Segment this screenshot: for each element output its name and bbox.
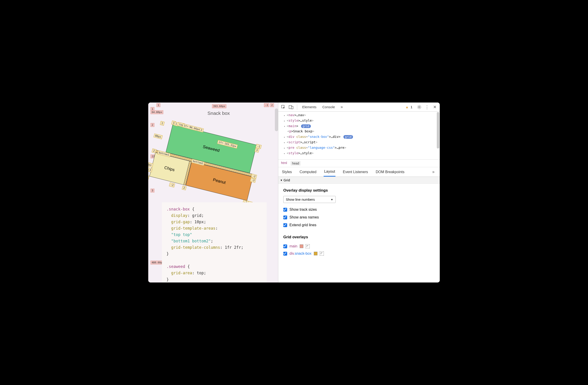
kebab-menu-icon[interactable]: ⋮ (424, 104, 430, 110)
overlay-checkbox[interactable] (283, 244, 287, 248)
main-line-1a: 1 (156, 103, 160, 107)
checkbox-area-names[interactable] (283, 215, 287, 219)
reveal-element-icon[interactable] (306, 244, 310, 248)
overlay-settings-title: Overlay display settings (283, 188, 435, 193)
crumb-html[interactable]: html (281, 161, 287, 166)
inspect-icon[interactable] (280, 104, 287, 110)
main-row1-size: 64.80px (150, 110, 163, 114)
dom-node-row[interactable]: ▸<script>…script> (283, 140, 440, 145)
reveal-element-icon[interactable] (320, 252, 324, 256)
layout-pane: Overlay display settings Show line numbe… (278, 184, 440, 282)
checkbox-track-sizes[interactable] (283, 208, 287, 212)
svg-point-3 (419, 107, 420, 108)
viewport-scrollbar[interactable] (275, 108, 278, 131)
grid-overlay-item: div.snack-box (283, 250, 435, 257)
label-extend-lines: Extend grid lines (290, 223, 316, 227)
dom-node-row[interactable]: ▸<div class="snack-box">…div> grid (283, 134, 440, 140)
line-numbers-select[interactable]: Show line numbers ▼ (283, 196, 336, 203)
elements-tree[interactable]: ▸<nav>…nav>▸<style>…style>▾<main> grid<p… (278, 112, 440, 159)
label-track-sizes: Show track sizes (290, 208, 317, 212)
dom-node-row[interactable]: ▸<pre class="language-css">…pre> (283, 145, 440, 150)
main-line-3-left: 3 (150, 189, 154, 192)
grid-overlay-item: main (283, 243, 435, 250)
tab-console[interactable]: Console (320, 103, 337, 111)
main-line-2-top: 2 (270, 103, 274, 107)
tabs-overflow-icon[interactable]: » (339, 104, 345, 110)
sb-line-2-bot: 2 (182, 186, 186, 191)
main-line-neg1-top: -1 (264, 103, 269, 107)
sb-row1-size: 80px (153, 133, 163, 139)
main-line-2-left: 2 (150, 123, 154, 127)
main-toolbar: Elements Console » ▲ 1 ⋮ ✕ (278, 103, 440, 112)
label-area-names: Show area names (290, 215, 319, 219)
dom-node-row[interactable]: ▸<style>…style> (283, 118, 440, 124)
warning-icon[interactable]: ▲ (405, 105, 409, 109)
dom-node-row[interactable]: ▸<style>…style> (283, 150, 440, 156)
issues-count[interactable]: 1 (411, 105, 412, 109)
overlay-checkbox[interactable] (283, 252, 287, 256)
tab-computed[interactable]: Computed (299, 168, 317, 176)
devtools-window: 1 -1 2 393.60px 1 64.80px 2 222px 3 480.… (148, 103, 440, 282)
tab-elements[interactable]: Elements (300, 103, 319, 111)
page-viewport[interactable]: 1 -1 2 393.60px 1 64.80px 2 222px 3 480.… (148, 103, 278, 282)
select-value: Show line numbers (286, 197, 315, 201)
crumb-head[interactable]: head (291, 161, 300, 166)
sb-line-neg2-bot: -2 (169, 182, 175, 188)
grid-overlays-list: main div.snack-box (283, 243, 435, 257)
checkbox-extend-lines[interactable] (283, 223, 287, 227)
sb-line-3-left: 3 (148, 175, 149, 180)
overlay-swatch[interactable] (300, 244, 303, 248)
subtabs-overflow-icon[interactable]: » (430, 169, 437, 175)
overlay-swatch[interactable] (314, 252, 317, 255)
layout-section-grid-header[interactable]: ▼ Grid (278, 177, 440, 184)
devtools-panel: Elements Console » ▲ 1 ⋮ ✕ ▸<nav>…nav>▸<… (278, 103, 440, 282)
tab-dom-breakpoints[interactable]: DOM Breakpoints (375, 168, 405, 176)
code-snippet: .snack-box { display: grid; grid-gap: 10… (162, 202, 267, 282)
snack-box-grid: Seaweed Chips Peanut 1 1 top 1fr·96.66px… (160, 117, 265, 197)
grid-overlays-title: Grid overlays (283, 235, 435, 239)
tab-layout[interactable]: Layout (324, 167, 336, 176)
chevron-down-icon: ▼ (331, 198, 333, 201)
main-width-label: 393.60px (212, 104, 226, 108)
elements-scrollbar[interactable] (437, 112, 439, 149)
sb-line-3-top: 3 (255, 148, 259, 153)
tab-styles[interactable]: Styles (281, 168, 293, 176)
dom-node-row[interactable]: <p>Snack boxp> (283, 129, 440, 134)
svg-rect-2 (291, 107, 293, 109)
tab-event-listeners[interactable]: Event Listeners (342, 168, 368, 176)
sb-row2-size: 80px (148, 162, 153, 168)
dom-node-row[interactable]: ▾<main> grid (283, 124, 440, 129)
layout-section-grid-title: Grid (284, 178, 290, 182)
device-toggle-icon[interactable] (288, 104, 294, 110)
dom-node-row[interactable]: ▸<nav>…nav> (283, 112, 440, 118)
settings-icon[interactable] (416, 104, 422, 110)
sb-line-1-left: 1 (160, 121, 165, 126)
breadcrumb[interactable]: html head (278, 159, 440, 167)
close-icon[interactable]: ✕ (432, 104, 438, 110)
sidebar-tabs: Styles Computed Layout Event Listeners D… (278, 167, 440, 177)
page-title: Snack box (208, 110, 230, 116)
